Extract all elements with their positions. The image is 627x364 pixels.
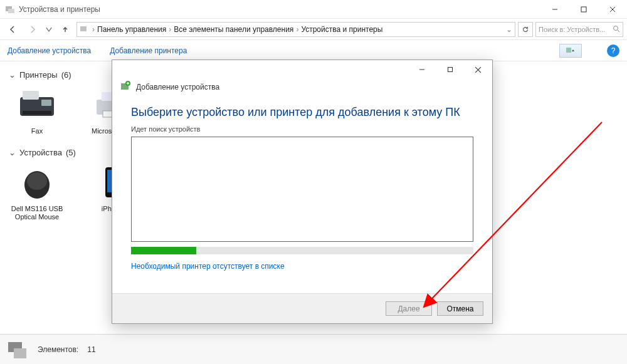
window-title: Устройства и принтеры [19,5,100,14]
dialog-close-button[interactable] [464,61,492,78]
svg-rect-22 [14,348,26,358]
group-label: Принтеры [19,70,58,80]
device-item-mouse[interactable]: Dell MS116 USB Optical Mouse [9,164,65,221]
device-label: Dell MS116 USB Optical Mouse [9,205,65,221]
dialog-footer: Далее Отмена [112,293,492,323]
close-button[interactable] [598,0,627,19]
add-device-icon [120,80,131,93]
dialog-titlebar [112,60,492,79]
search-placeholder: Поиск в: Устройств... [539,26,605,33]
next-button[interactable]: Далее [386,301,432,316]
device-listbox[interactable] [131,137,473,242]
svg-point-18 [27,172,47,190]
group-count: (6) [61,70,71,80]
dialog-title: Выберите устройство или принтер для доба… [131,106,473,119]
maximize-button[interactable] [569,0,598,19]
refresh-button[interactable] [518,22,533,37]
device-item-fax[interactable]: Fax [9,86,65,135]
search-input[interactable]: Поиск в: Устройств... [535,22,623,37]
device-label: Fax [31,127,43,135]
chevron-down-icon[interactable]: ⌄ [506,25,512,34]
add-device-command[interactable]: Добавление устройства [8,46,91,55]
svg-rect-13 [23,111,51,115]
status-label: Элементов: [38,345,78,354]
chevron-right-icon: › [296,25,298,34]
svg-rect-1 [8,9,14,13]
address-bar: › Панель управления › Все элементы панел… [0,19,627,40]
minimize-button[interactable] [540,0,569,19]
svg-line-8 [618,30,619,32]
status-count: 11 [87,345,95,354]
up-button[interactable] [56,21,74,38]
status-bar: Элементов: 11 [0,334,627,364]
crumb-leaf[interactable]: Устройства и принтеры [301,25,382,34]
add-printer-command[interactable]: Добавление принтера [110,46,187,55]
chevron-right-icon: › [169,25,171,34]
chevron-down-icon: ⌄ [9,148,16,157]
search-icon [613,25,620,34]
group-count: (5) [66,148,76,157]
help-button[interactable]: ? [607,44,619,57]
breadcrumb[interactable]: › Панель управления › Все элементы панел… [76,22,515,37]
chevron-down-icon: ⌄ [9,70,16,80]
command-bar: Добавление устройства Добавление принтер… [0,40,627,61]
svg-point-7 [614,26,618,30]
dialog-maximize-button[interactable] [436,61,464,78]
dialog-header: Добавление устройства [112,79,492,97]
svg-rect-12 [41,100,51,106]
mouse-icon [15,164,59,201]
svg-rect-3 [581,7,586,12]
crumb-mid[interactable]: Все элементы панели управления [174,25,293,34]
dialog-subtitle: Идет поиск устройств [131,125,473,133]
cancel-button[interactable]: Отмена [437,301,483,316]
svg-rect-6 [80,26,87,31]
crumb-root[interactable]: Панель управления [97,25,166,34]
printer-not-listed-link[interactable]: Необходимый принтер отсутствует в списке [131,262,285,271]
progress-bar-fill [131,247,196,254]
fax-icon [15,86,59,123]
window-titlebar: Устройства и принтеры [0,0,627,19]
search-progress [131,247,473,254]
dialog-header-text: Добавление устройства [136,83,219,91]
add-device-dialog: Добавление устройства Выберите устройств… [112,60,493,324]
forward-button[interactable] [24,21,41,38]
svg-rect-9 [566,48,571,53]
view-options-button[interactable] [559,44,582,58]
back-button[interactable] [4,21,21,38]
chevron-right-icon: › [92,25,95,34]
devices-icon [5,4,15,14]
svg-rect-24 [448,68,452,72]
group-label: Устройства [19,148,62,157]
svg-rect-11 [23,91,39,100]
recent-dropdown[interactable] [44,21,54,38]
devices-icon [6,338,29,361]
devices-icon [80,24,90,34]
dialog-minimize-button[interactable] [408,61,436,78]
